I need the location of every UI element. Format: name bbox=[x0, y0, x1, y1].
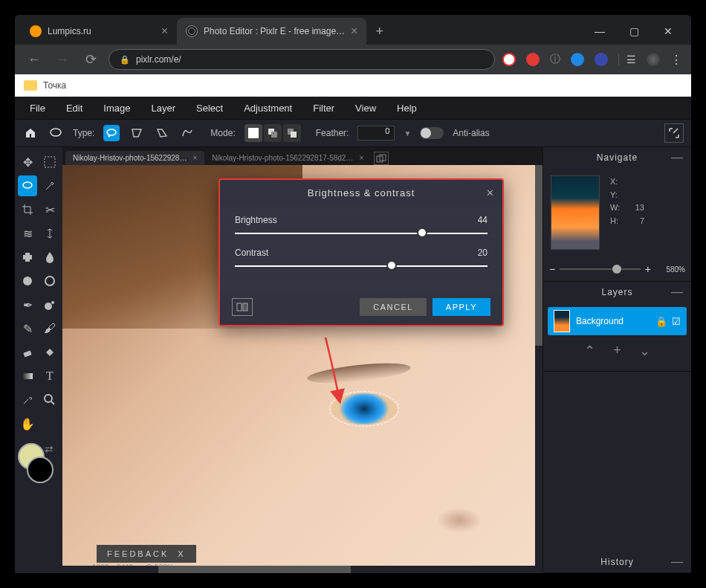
panel-header[interactable]: Layers — bbox=[543, 282, 691, 303]
menu-select[interactable]: Select bbox=[196, 103, 223, 114]
contrast-slider[interactable] bbox=[235, 265, 488, 267]
collapse-icon[interactable]: — bbox=[671, 285, 684, 299]
hand-tool[interactable]: ✋ bbox=[18, 413, 37, 434]
mode-new-button[interactable] bbox=[244, 124, 262, 142]
color-swatches[interactable]: ⇄ bbox=[18, 443, 51, 476]
brightness-slider[interactable] bbox=[235, 233, 488, 234]
close-icon[interactable]: × bbox=[192, 154, 197, 162]
lasso-tool[interactable] bbox=[18, 175, 37, 196]
close-button[interactable]: ✕ bbox=[651, 19, 685, 43]
feedback-button[interactable]: FEEDBACK X bbox=[97, 545, 196, 563]
pen-tool[interactable]: ✒ bbox=[18, 294, 37, 315]
zoom-tool[interactable] bbox=[40, 390, 59, 410]
lasso-polygon-icon[interactable] bbox=[129, 125, 145, 141]
close-icon[interactable]: × bbox=[161, 25, 168, 38]
eraser-tool[interactable] bbox=[18, 342, 37, 363]
scrollbar-horizontal[interactable] bbox=[62, 566, 543, 573]
close-icon[interactable]: ✕ bbox=[486, 187, 495, 198]
url-input[interactable]: 🔒 pixlr.com/e/ bbox=[109, 49, 495, 70]
browser-tab[interactable]: Photo Editor : Pixlr E - free image… × bbox=[177, 18, 366, 45]
bookmark-item[interactable]: Точка bbox=[43, 80, 66, 91]
wand-tool[interactable] bbox=[40, 175, 59, 196]
dodge-tool[interactable] bbox=[18, 271, 37, 291]
text-tool[interactable]: T bbox=[40, 366, 59, 387]
slider-thumb[interactable] bbox=[417, 227, 427, 238]
extension-icon[interactable] bbox=[502, 53, 516, 66]
lasso-freehand-icon[interactable] bbox=[103, 125, 120, 141]
zoom-in-button[interactable]: + bbox=[645, 263, 651, 275]
crop-tool[interactable] bbox=[18, 199, 37, 220]
apply-button[interactable]: APPLY bbox=[433, 298, 490, 316]
brightness-contrast-dialog[interactable]: Brightness & contrast ✕ Brightness 44 bbox=[218, 178, 504, 326]
home-icon[interactable] bbox=[22, 125, 39, 141]
draw-tool[interactable]: ✎ bbox=[18, 318, 37, 339]
browser-tab[interactable]: Lumpics.ru × bbox=[21, 18, 177, 45]
close-icon[interactable]: × bbox=[351, 25, 357, 38]
lasso-bezier-icon[interactable] bbox=[179, 125, 195, 141]
kebab-menu-icon[interactable]: ⋮ bbox=[670, 53, 682, 67]
close-icon[interactable]: X bbox=[178, 549, 185, 558]
mode-add-button[interactable] bbox=[264, 124, 282, 142]
new-tab-button[interactable]: + bbox=[375, 24, 383, 39]
scrollbar-vertical[interactable] bbox=[535, 165, 543, 566]
cutout-tool[interactable]: ✂ bbox=[40, 199, 59, 220]
antialias-toggle[interactable] bbox=[420, 127, 444, 139]
replace-color-tool[interactable] bbox=[40, 294, 59, 315]
menu-help[interactable]: Help bbox=[397, 103, 417, 114]
zoom-slider[interactable] bbox=[560, 268, 641, 270]
duplicate-icon[interactable] bbox=[374, 152, 389, 165]
brush-tool[interactable]: 🖌 bbox=[40, 318, 59, 339]
collapse-icon[interactable]: — bbox=[671, 555, 684, 569]
marquee-tool[interactable] bbox=[40, 152, 59, 172]
picker-tool[interactable] bbox=[18, 390, 37, 410]
panel-header[interactable]: Navigate — bbox=[543, 147, 691, 168]
navigator-thumbnail[interactable] bbox=[551, 175, 600, 250]
slider-thumb[interactable] bbox=[612, 265, 621, 274]
minimize-button[interactable]: — bbox=[583, 19, 617, 43]
profile-avatar[interactable] bbox=[647, 53, 660, 66]
cancel-button[interactable]: CANCEL bbox=[360, 298, 427, 316]
swap-colors-icon[interactable]: ⇄ bbox=[45, 443, 54, 455]
slider-thumb[interactable] bbox=[386, 260, 397, 271]
document-tab[interactable]: Nikolay-Hristov-photo-1562292817-58d2… × bbox=[204, 151, 368, 165]
layer-item[interactable]: Background 🔒 ☑ bbox=[548, 307, 687, 335]
forward-button[interactable]: → bbox=[52, 52, 73, 68]
fill-tool[interactable] bbox=[40, 342, 59, 363]
layer-up-icon[interactable]: ⌃ bbox=[584, 343, 595, 359]
menu-image[interactable]: Image bbox=[103, 103, 130, 114]
extension-icon[interactable] bbox=[526, 53, 540, 66]
zoom-out-button[interactable]: − bbox=[549, 263, 555, 275]
menu-view[interactable]: View bbox=[355, 103, 376, 114]
gradient-tool[interactable] bbox=[18, 366, 37, 387]
collapse-icon[interactable]: — bbox=[671, 151, 684, 164]
extension-icon[interactable] bbox=[595, 53, 608, 66]
document-tab[interactable]: Nikolay-Hristov-photo-15622928… × bbox=[65, 151, 204, 165]
panel-header[interactable]: History — bbox=[543, 552, 691, 572]
reload-button[interactable]: ⟳ bbox=[80, 51, 101, 68]
sponge-tool[interactable] bbox=[40, 271, 59, 291]
menu-layer[interactable]: Layer bbox=[152, 103, 176, 114]
menu-edit[interactable]: Edit bbox=[66, 103, 82, 114]
help-icon[interactable]: ⓘ bbox=[550, 53, 560, 66]
maximize-button[interactable]: ▢ bbox=[617, 19, 651, 43]
background-swatch[interactable] bbox=[27, 456, 54, 483]
lasso-magnetic-icon[interactable] bbox=[154, 125, 170, 141]
add-layer-button[interactable]: + bbox=[613, 343, 621, 359]
extension-icon[interactable] bbox=[571, 53, 584, 66]
layer-down-icon[interactable]: ⌄ bbox=[639, 343, 650, 359]
chevron-down-icon[interactable]: ▼ bbox=[404, 129, 411, 138]
arrange-tool[interactable]: ✥ bbox=[18, 152, 37, 172]
lasso-family-icon[interactable] bbox=[48, 125, 64, 141]
blur-tool[interactable] bbox=[40, 247, 59, 268]
compare-icon[interactable] bbox=[232, 298, 253, 316]
liquify-tool[interactable]: ≋ bbox=[18, 223, 37, 244]
feather-input[interactable]: 0 bbox=[357, 126, 395, 140]
clone-tool[interactable] bbox=[40, 223, 59, 244]
menu-adjustment[interactable]: Adjustment bbox=[244, 103, 292, 114]
close-icon[interactable]: × bbox=[359, 154, 363, 162]
menu-file[interactable]: File bbox=[30, 103, 45, 114]
reading-list-icon[interactable]: ☰ bbox=[618, 54, 636, 65]
expand-icon[interactable] bbox=[664, 123, 684, 143]
visibility-icon[interactable]: ☑ bbox=[672, 316, 681, 327]
lock-icon[interactable]: 🔒 bbox=[655, 316, 667, 327]
